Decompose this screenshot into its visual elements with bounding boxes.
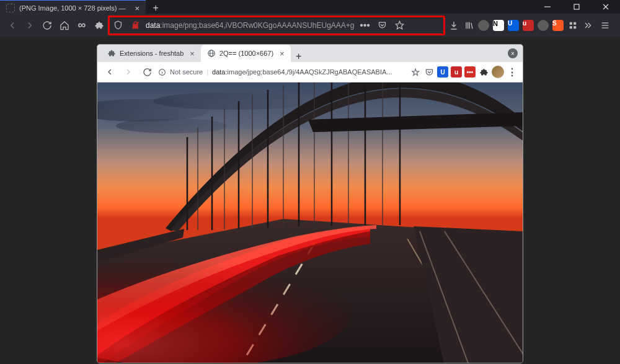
svg-line-9	[471, 23, 472, 29]
chrome-pocket-icon[interactable]	[423, 66, 435, 78]
chrome-info-icon	[158, 68, 166, 76]
chrome-tab-close-icon[interactable]: ×	[280, 49, 285, 58]
firefox-titlebar: (PNG Image, 1000 × 728 pixels) — × +	[0, 0, 620, 14]
puzzle-icon	[107, 49, 116, 58]
firefox-lock-warning-icon[interactable]	[128, 17, 142, 34]
chrome-tab-extensions[interactable]: Extensions - freshtab ×	[101, 45, 201, 62]
firefox-url-rest: :image/png;base64,iVBORw0KGgoAAAANSUhEUg…	[160, 21, 354, 30]
firefox-download-icon[interactable]	[448, 19, 460, 32]
chrome-tab-close-icon[interactable]: ×	[190, 49, 195, 58]
chrome-bookmark-star-icon[interactable]: ☆	[410, 66, 421, 78]
chrome-url-scheme: data	[212, 68, 225, 76]
window-close-button[interactable]	[591, 0, 620, 14]
firefox-reload-button[interactable]	[38, 17, 56, 34]
chrome-ext-puzzle-icon[interactable]	[478, 66, 489, 78]
chrome-tabstrip: Extensions - freshtab × 2Q== (1000×667) …	[97, 45, 523, 62]
firefox-tabstrip: (PNG Image, 1000 × 728 pixels) — × +	[0, 0, 166, 16]
chrome-forward-button[interactable]	[121, 64, 136, 79]
svg-marker-5	[396, 21, 404, 29]
firefox-extensions-area: N U u S	[445, 19, 616, 32]
firefox-ext-avatar-icon[interactable]	[477, 19, 490, 32]
chrome-kebab-menu-icon[interactable]: ⋮	[507, 66, 518, 78]
firefox-shield-icon[interactable]	[111, 17, 125, 34]
firefox-toolbar: ∞ data:image/png;base64,iVBORw0KGgoAAAAN…	[0, 14, 620, 37]
chrome-profile-avatar-icon[interactable]	[492, 66, 504, 78]
firefox-page-actions-icon[interactable]: •••	[358, 17, 372, 34]
firefox-ext-bitwarden-icon[interactable]: U	[507, 19, 520, 32]
chrome-ext-ublock-icon[interactable]: u	[451, 66, 462, 78]
firefox-hamburger-icon[interactable]	[596, 19, 614, 32]
firefox-ext-notion-icon[interactable]: N	[492, 19, 505, 32]
chrome-ext-lastpass-icon[interactable]: •••	[464, 66, 476, 78]
image-favicon-icon	[6, 4, 15, 12]
svg-rect-1	[574, 4, 579, 9]
firefox-pocket-icon[interactable]	[376, 17, 389, 34]
firefox-ext-orange-icon[interactable]: S	[552, 19, 564, 32]
firefox-url-scheme: data	[146, 21, 160, 30]
globe-icon	[207, 49, 216, 58]
chrome-urlbar[interactable]: Not secure | data:image/jpeg;base64,/9j/…	[158, 68, 406, 76]
firefox-ext-ublock-icon[interactable]: u	[522, 19, 534, 32]
svg-point-25	[153, 92, 314, 110]
chrome-toolbar: Not secure | data:image/jpeg;base64,/9j/…	[97, 62, 523, 82]
firefox-urlbar-text[interactable]: data:image/png;base64,iVBORw0KGgoAAAANSU…	[146, 21, 355, 30]
firefox-urlbar-highlighted: data:image/png;base64,iVBORw0KGgoAAAANSU…	[108, 16, 445, 35]
firefox-back-button[interactable]	[4, 17, 21, 34]
svg-point-26	[116, 118, 228, 133]
firefox-tab-title: (PNG Image, 1000 × 728 pixels) —	[19, 4, 126, 12]
firefox-content-area: Extensions - freshtab × 2Q== (1000×667) …	[0, 37, 620, 364]
svg-rect-13	[574, 26, 576, 29]
window-minimize-button[interactable]	[533, 0, 562, 14]
chrome-url-divider: |	[206, 68, 208, 76]
chrome-newtab-button[interactable]: +	[291, 51, 307, 62]
chrome-reload-button[interactable]	[140, 64, 154, 79]
firefox-extension-puzzle-icon[interactable]	[91, 17, 108, 34]
chrome-window: Extensions - freshtab × 2Q== (1000×667) …	[97, 44, 523, 363]
svg-rect-11	[574, 22, 576, 24]
firefox-tab-active[interactable]: (PNG Image, 1000 × 728 pixels) — ×	[0, 0, 146, 16]
chrome-tab-label: Extensions - freshtab	[120, 50, 184, 57]
firefox-ext-gray2-icon[interactable]	[537, 19, 549, 32]
firefox-bookmark-star-icon[interactable]	[393, 17, 407, 34]
firefox-infinity-icon[interactable]: ∞	[73, 17, 91, 34]
chrome-tab-image[interactable]: 2Q== (1000×667) ×	[201, 45, 291, 62]
svg-rect-12	[570, 26, 572, 29]
chrome-content-image	[97, 82, 523, 363]
chrome-url-rest: :image/jpeg;base64,/9j/4AAQSkZJRgABAQEAS…	[225, 68, 392, 76]
svg-rect-10	[570, 22, 572, 24]
firefox-overflow-icon[interactable]	[582, 19, 594, 32]
firefox-tab-close-icon[interactable]: ×	[135, 4, 140, 13]
firefox-newtab-button[interactable]: +	[146, 0, 166, 16]
window-controls	[533, 0, 620, 14]
chrome-back-button[interactable]	[102, 64, 117, 79]
firefox-forward-button[interactable]	[21, 17, 38, 34]
chrome-ext-bitwarden-icon[interactable]: U	[437, 66, 448, 78]
firefox-library-icon[interactable]	[463, 19, 475, 32]
chrome-tab-label: 2Q== (1000×667)	[219, 50, 273, 57]
firefox-home-button[interactable]	[56, 17, 73, 34]
chrome-extensions-area: ☆ U u ••• ⋮	[410, 66, 518, 78]
window-maximize-button[interactable]	[562, 0, 591, 14]
firefox-ext-grid-icon[interactable]	[567, 19, 579, 32]
chrome-not-secure-label: Not secure	[170, 68, 203, 76]
chrome-window-close-icon[interactable]: ×	[508, 48, 518, 58]
